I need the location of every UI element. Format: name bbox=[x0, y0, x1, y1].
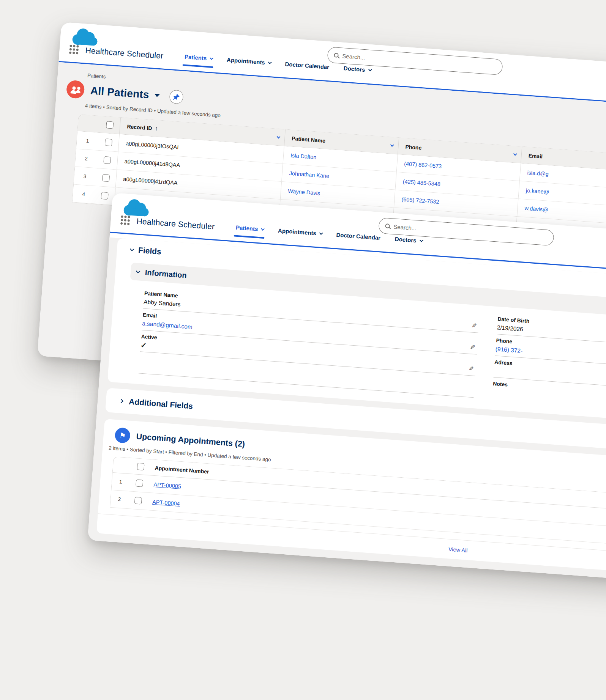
tab-patients-label: Patients bbox=[185, 53, 207, 61]
tab-patients-label: Patients bbox=[236, 224, 258, 232]
chevron-down-icon[interactable] bbox=[368, 68, 372, 71]
sort-ascending-icon: ↑ bbox=[155, 125, 158, 132]
row-number: 2 bbox=[75, 149, 98, 168]
row-number: 1 bbox=[112, 478, 129, 485]
column-menu-chevron-icon[interactable] bbox=[277, 135, 281, 138]
additional-fields-title: Additional Fields bbox=[128, 397, 193, 411]
patients-object-icon bbox=[66, 80, 85, 99]
patient-name-link[interactable]: Johnathan Kane bbox=[289, 170, 330, 179]
edit-pencil-icon[interactable]: ✎ bbox=[471, 322, 477, 329]
column-menu-chevron-icon[interactable] bbox=[513, 152, 517, 156]
list-view-selector-caret-icon[interactable] bbox=[154, 94, 160, 97]
phone-link[interactable]: (407) 862-0573 bbox=[404, 160, 442, 169]
chevron-right-icon bbox=[119, 399, 123, 403]
tab-appointments-label: Appointments bbox=[278, 227, 317, 236]
tab-appointments[interactable]: Appointments bbox=[278, 227, 322, 239]
select-all-checkbox[interactable] bbox=[137, 463, 144, 470]
row-checkbox[interactable] bbox=[102, 174, 109, 181]
row-checkbox[interactable] bbox=[136, 479, 143, 487]
tab-doctor-calendar[interactable]: Doctor Calendar bbox=[336, 231, 381, 243]
phone-link[interactable]: (605) 722-7532 bbox=[401, 196, 439, 205]
app-launcher-waffle-icon[interactable] bbox=[120, 216, 130, 225]
app-launcher-waffle-icon[interactable] bbox=[69, 45, 79, 55]
tab-doctor-calendar[interactable]: Doctor Calendar bbox=[285, 60, 330, 72]
column-phone[interactable]: Phone bbox=[405, 143, 422, 151]
edit-pencil-icon[interactable]: ✎ bbox=[468, 365, 474, 373]
patient-name-link[interactable]: Wayne Davis bbox=[288, 188, 320, 196]
tab-doctors-label: Doctors bbox=[343, 65, 365, 73]
chevron-down-icon[interactable] bbox=[420, 238, 423, 242]
column-email[interactable]: Email bbox=[528, 152, 543, 159]
page-title: All Patients bbox=[90, 85, 150, 101]
chevron-down-icon[interactable] bbox=[210, 56, 213, 60]
tab-doctor-calendar-label: Doctor Calendar bbox=[285, 60, 330, 70]
related-list-title: Upcoming Appointments (2) bbox=[136, 432, 245, 449]
row-checkbox[interactable] bbox=[101, 192, 108, 199]
tab-appointments-label: Appointments bbox=[227, 56, 265, 65]
email-link[interactable]: jo.kane@ bbox=[526, 187, 549, 195]
tab-doctor-calendar-label: Doctor Calendar bbox=[336, 231, 381, 241]
pushpin-icon bbox=[173, 93, 180, 100]
chevron-down-icon[interactable] bbox=[268, 60, 272, 64]
email-link[interactable]: a.sand@gmail.com bbox=[142, 320, 193, 330]
tab-patients[interactable]: Patients bbox=[235, 224, 264, 234]
record-page: Fields Information Patient Name Abby San… bbox=[88, 238, 606, 594]
tab-doctors[interactable]: Doctors bbox=[395, 236, 422, 246]
row-checkbox[interactable] bbox=[103, 156, 111, 164]
tab-doctors[interactable]: Doctors bbox=[343, 65, 371, 76]
view-all-link[interactable]: View All bbox=[448, 546, 468, 554]
select-all-checkbox[interactable] bbox=[106, 121, 114, 129]
fields-section-title: Fields bbox=[138, 245, 161, 256]
appointment-link[interactable]: APT-00005 bbox=[153, 481, 181, 489]
field-label: Notes bbox=[493, 381, 606, 404]
chevron-down-icon[interactable] bbox=[261, 227, 265, 231]
email-link[interactable]: isla.d@g bbox=[527, 170, 549, 177]
appointments-flag-icon: ⚑ bbox=[114, 427, 131, 444]
row-checkbox[interactable] bbox=[134, 497, 142, 504]
app-name: Healthcare Scheduler bbox=[136, 217, 215, 231]
phone-link[interactable]: (916) 372- bbox=[495, 346, 523, 354]
chevron-down-icon bbox=[136, 269, 140, 273]
column-menu-chevron-icon[interactable] bbox=[390, 143, 394, 147]
chevron-down-icon bbox=[130, 247, 134, 251]
row-number: 1 bbox=[76, 131, 99, 150]
information-section-title: Information bbox=[145, 268, 187, 280]
pin-list-button[interactable] bbox=[169, 90, 184, 104]
window-patient-record: Healthcare Scheduler Patients Appointmen… bbox=[88, 193, 606, 594]
search-icon bbox=[334, 53, 339, 58]
search-icon bbox=[385, 223, 390, 228]
app-name: Healthcare Scheduler bbox=[85, 46, 164, 61]
column-appointment-number[interactable]: Appointment Number bbox=[150, 464, 209, 475]
appointment-link[interactable]: APT-00004 bbox=[152, 499, 180, 507]
patient-name-link[interactable]: Isla Dalton bbox=[290, 153, 317, 160]
column-patient-name[interactable]: Patient Name bbox=[292, 135, 326, 143]
email-link[interactable]: w.davis@ bbox=[524, 205, 548, 213]
tab-appointments[interactable]: Appointments bbox=[226, 56, 271, 68]
row-number: 2 bbox=[110, 496, 128, 503]
edit-pencil-icon[interactable]: ✎ bbox=[470, 343, 475, 351]
phone-link[interactable]: (425) 485-5348 bbox=[402, 178, 440, 187]
tab-patients[interactable]: Patients bbox=[184, 53, 213, 64]
row-checkbox[interactable] bbox=[104, 138, 112, 146]
row-number: 4 bbox=[73, 184, 95, 203]
column-record-id[interactable]: Record ID bbox=[127, 123, 152, 131]
upcoming-appointments-card: ⚑ Upcoming Appointments (2) 2 items • So… bbox=[96, 419, 606, 585]
tab-doctors-label: Doctors bbox=[395, 236, 417, 244]
desktop-canvas: { "app": { "name": "Healthcare Scheduler… bbox=[0, 0, 606, 700]
chevron-down-icon[interactable] bbox=[319, 231, 323, 235]
row-number: 3 bbox=[74, 167, 96, 186]
